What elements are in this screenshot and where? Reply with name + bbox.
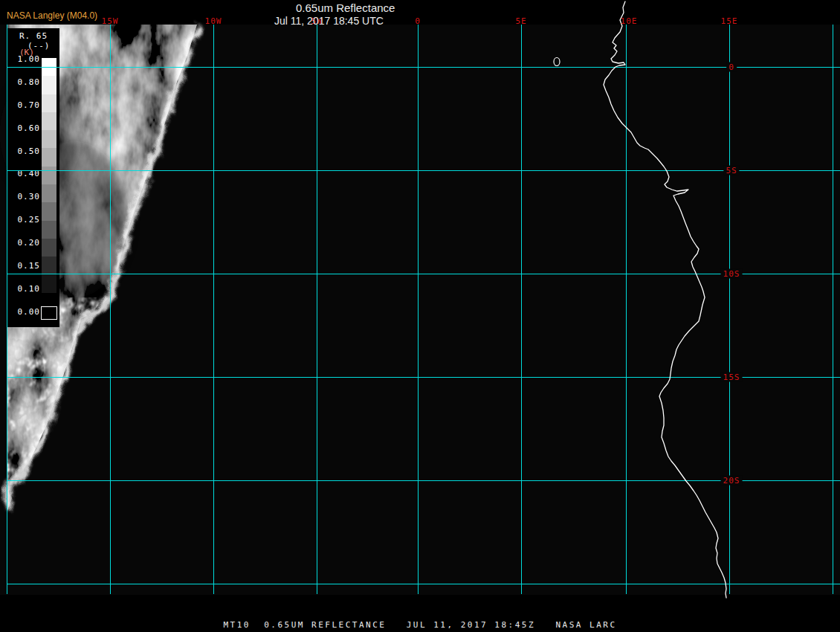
gridline-meridian-10w: [213, 25, 214, 594]
legend-tick: 0.15: [9, 261, 40, 271]
gridline-meridian-20w: [7, 25, 7, 594]
legend-tick: 1.00: [9, 54, 40, 64]
legend-tick: 0.60: [9, 123, 40, 133]
gridline-meridian-15w: [110, 25, 111, 594]
gridline-parallel-25s: [7, 584, 840, 584]
source-label: NASA Langley (M04.0): [7, 10, 97, 21]
footer-caption: MT10 0.65UM REFLECTANCE JUL 11, 2017 18:…: [0, 620, 840, 630]
legend-tick: 0.50: [9, 146, 40, 156]
lon-label-10w: 10W: [205, 16, 222, 26]
reflectance-legend: R. 65 (--) (K) 1.00 0.80 0.70 0.60 0.50 …: [7, 28, 59, 327]
lon-label-10e: 10E: [621, 16, 638, 26]
page-subtitle: Jul 11, 2017 18:45 UTC: [274, 15, 384, 27]
gridline-parallel-10s: [7, 274, 840, 274]
map-area: [0, 25, 840, 595]
gridline-meridian-20e: [833, 25, 833, 594]
gridline-parallel-0: [7, 67, 840, 68]
gridline-meridian-0: [418, 25, 419, 594]
lon-label-15w: 15W: [102, 16, 119, 26]
lon-label-5e: 5E: [515, 16, 526, 26]
satellite-display: R. 65 (--) (K) 1.00 0.80 0.70 0.60 0.50 …: [0, 0, 840, 632]
legend-tick: 0.00: [9, 307, 40, 317]
lon-label-0: 0: [415, 16, 421, 26]
gridline-meridian-5w: [317, 25, 317, 594]
legend-tick: 0.70: [9, 100, 40, 110]
lon-label-15e: 15E: [721, 16, 738, 26]
lat-label-15s: 15S: [721, 373, 743, 382]
gridline-meridian-5e: [521, 25, 522, 594]
legend-tick: 0.30: [9, 192, 40, 201]
lat-label-5s: 5S: [723, 166, 739, 175]
gridline-meridian-15e: [729, 25, 730, 594]
legend-colorbar-end-outline: [41, 306, 57, 320]
legend-tick: 0.10: [9, 284, 40, 294]
lat-label-10s: 10S: [721, 269, 743, 279]
legend-tick: 0.25: [9, 215, 40, 225]
lat-label-0: 0: [726, 62, 737, 72]
page-title: 0.65um Reflectance: [296, 1, 395, 14]
legend-tick: 0.20: [9, 238, 40, 248]
legend-title: R. 65: [7, 31, 59, 41]
legend-colorbar: [42, 58, 56, 311]
gridline-parallel-15s: [7, 377, 840, 378]
legend-tick: 0.80: [9, 77, 40, 87]
gridline-parallel-5s: [7, 170, 840, 171]
lat-label-20s: 20S: [721, 476, 743, 486]
gridline-parallel-20s: [7, 480, 840, 481]
gridline-meridian-10e: [626, 25, 627, 594]
